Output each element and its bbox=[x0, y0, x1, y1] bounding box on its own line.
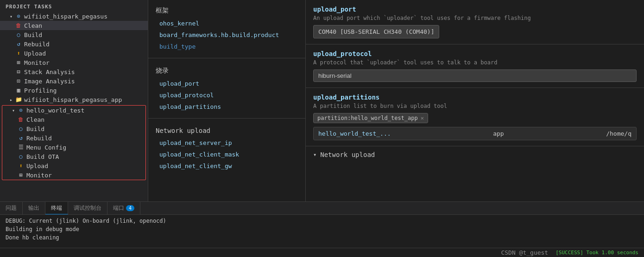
middle-item-upload-partitions[interactable]: upload_partitions bbox=[148, 101, 305, 113]
task-item-menuconfig-hello[interactable]: ☰ Menu Config bbox=[2, 143, 145, 152]
tab-port[interactable]: 端口 4 bbox=[107, 202, 140, 214]
tab-output[interactable]: 输出 bbox=[23, 202, 45, 214]
task-label-build-hello: Build bbox=[26, 125, 44, 132]
monitor-icon: ⊞ bbox=[15, 59, 22, 66]
stack-icon: ⊟ bbox=[15, 68, 22, 75]
prop-value-upload-port[interactable]: COM40 [USB-SERIAL CH340 (COM40)] bbox=[313, 25, 439, 38]
task-label-monitor-hello: Monitor bbox=[26, 172, 52, 179]
section-upload-port: upload_port An upload port which `upload… bbox=[306, 0, 644, 44]
task-label-menuconfig-hello: Menu Config bbox=[26, 144, 66, 151]
task-label-build-wifiiot: Build bbox=[24, 31, 42, 38]
middle-item-upload-protocol[interactable]: upload_protocol bbox=[148, 89, 305, 101]
task-item-clean-wifiiot[interactable]: 🗑 Clean bbox=[0, 21, 148, 30]
middle-item-build-type[interactable]: build_type bbox=[148, 41, 305, 52]
task-label-rebuild-wifiiot: Rebuild bbox=[24, 41, 50, 48]
prop-name-upload-partitions: upload_partitions bbox=[313, 94, 637, 101]
port-badge: 4 bbox=[126, 205, 134, 211]
chevron-icon: ▾ bbox=[313, 151, 316, 158]
prop-desc-upload-port: An upload port which `uploader` tool use… bbox=[313, 15, 637, 21]
sep-2 bbox=[148, 118, 305, 119]
section-upload-partitions: upload_partitions A partition list to bu… bbox=[306, 88, 644, 146]
prop-name-upload-protocol: upload_protocol bbox=[313, 50, 637, 57]
pin-icon-hello: ⊙ bbox=[17, 107, 25, 114]
section-burn: 烧录 upload_port upload_protocol upload_pa… bbox=[148, 60, 305, 116]
task-label-rebuild-hello: Rebuild bbox=[26, 135, 52, 142]
section-header-burn: 烧录 bbox=[148, 64, 305, 78]
network-upload-label: Network upload bbox=[320, 151, 375, 158]
expand-arrow-hello-world: ▾ bbox=[10, 107, 17, 114]
tags-container: partition:hello_world_test_app ✕ bbox=[313, 113, 637, 123]
circle-icon-buildota: ○ bbox=[17, 153, 25, 160]
task-item-rebuild-hello[interactable]: ↺ Rebuild bbox=[2, 133, 145, 143]
task-label-upload-hello: Upload bbox=[26, 163, 48, 169]
monitor-icon-hello: ⊞ bbox=[17, 171, 25, 179]
task-label-image-wifiiot: Image Analysis bbox=[24, 78, 75, 85]
network-upload-collapsible[interactable]: ▾ Network upload bbox=[306, 146, 644, 163]
prop-input-upload-protocol[interactable] bbox=[313, 69, 637, 82]
attribution-text: CSDN @t_guest bbox=[501, 249, 548, 256]
prop-desc-upload-partitions: A partition list to burn via upload tool bbox=[313, 103, 637, 109]
task-label-clean-wifiiot: Clean bbox=[24, 22, 42, 29]
trash-icon-hello: 🗑 bbox=[17, 116, 25, 123]
task-item-build-wifiiot[interactable]: ○ Build bbox=[0, 30, 148, 39]
partition-row-left: hello_world_test_... bbox=[318, 130, 391, 137]
upload-icon-hello: ⬆ bbox=[17, 162, 25, 169]
task-item-image-wifiiot[interactable]: ⊡ Image Analysis bbox=[0, 76, 148, 86]
success-status: [SUCCESS] Took 1.00 seconds bbox=[556, 250, 638, 256]
partition-row-right: /home/q bbox=[606, 130, 631, 137]
prop-desc-upload-protocol: A protocol that `uploader` tool uses to … bbox=[313, 59, 637, 66]
task-item-rebuild-wifiiot[interactable]: ↺ Rebuild bbox=[0, 39, 148, 49]
task-item-monitor-hello[interactable]: ⊞ Monitor bbox=[2, 170, 145, 180]
project-item-hello-world[interactable]: ▾ ⊙ hello_world_test bbox=[2, 106, 145, 115]
task-item-upload-wifiiot[interactable]: ⬆ Upload bbox=[0, 49, 148, 58]
tab-label-port: 端口 bbox=[113, 204, 124, 212]
project-label-wifiiot: wifiiot_hispark_pegasus bbox=[24, 13, 107, 20]
section-network-upload: Network upload upload_net_server_ip uplo… bbox=[148, 120, 305, 176]
tab-label-output: 输出 bbox=[28, 204, 39, 212]
tab-problems[interactable]: 问题 bbox=[0, 202, 23, 214]
status-bar: CSDN @t_guest [SUCCESS] Took 1.00 second… bbox=[0, 248, 644, 257]
middle-item-net-server-ip[interactable]: upload_net_server_ip bbox=[148, 137, 305, 149]
project-item-wifiiot[interactable]: ▾ ⊙ wifiiot_hispark_pegasus bbox=[0, 12, 148, 21]
tab-terminal[interactable]: 终端 bbox=[45, 202, 68, 214]
task-item-monitor-wifiiot[interactable]: ⊞ Monitor bbox=[0, 58, 148, 67]
project-label-hello-world: hello_world_test bbox=[26, 107, 84, 114]
middle-item-net-client-gw[interactable]: upload_net_client_gw bbox=[148, 160, 305, 172]
circle-icon: ○ bbox=[15, 31, 22, 38]
terminal-line-1: DEBUG: Current (jlink) On-board (jlink, … bbox=[6, 217, 638, 225]
image-icon: ⊡ bbox=[15, 77, 22, 85]
terminal-line-3: Done hb cleaning bbox=[6, 233, 638, 242]
expand-arrow-wifiiot-app: ▸ bbox=[7, 96, 15, 103]
task-item-profiling-wifiiot[interactable]: ▦ Profiling bbox=[0, 86, 148, 95]
task-item-stack-wifiiot[interactable]: ⊟ Stack Analysis bbox=[0, 67, 148, 76]
task-label-monitor-wifiiot: Monitor bbox=[24, 59, 50, 66]
tab-label-problems: 问题 bbox=[6, 204, 17, 212]
project-item-wifiiot-app[interactable]: ▸ 📁 wifiiot_hispark_pegasus_app bbox=[0, 95, 148, 104]
task-item-build-hello[interactable]: ○ Build bbox=[2, 124, 145, 133]
right-panel: upload_port An upload port which `upload… bbox=[306, 0, 644, 201]
section-header-network-upload: Network upload bbox=[148, 124, 305, 137]
sep-1 bbox=[148, 58, 305, 58]
middle-item-board-frameworks[interactable]: board_frameworks.hb.build.product bbox=[148, 29, 305, 41]
tab-debug-console[interactable]: 调试控制台 bbox=[68, 202, 107, 214]
partition-row-middle: app bbox=[493, 130, 504, 137]
task-item-clean-hello[interactable]: 🗑 Clean bbox=[2, 115, 145, 124]
tag-close-icon[interactable]: ✕ bbox=[421, 115, 424, 121]
task-label-stack-wifiiot: Stack Analysis bbox=[24, 69, 75, 75]
task-label-upload-wifiiot: Upload bbox=[24, 50, 46, 57]
middle-item-net-client-mask[interactable]: upload_net_client_mask bbox=[148, 149, 305, 160]
task-label-clean-hello: Clean bbox=[26, 116, 44, 123]
partition-tag[interactable]: partition:hello_world_test_app ✕ bbox=[313, 113, 428, 123]
terminal-line-2: Building in debug mode bbox=[6, 225, 638, 233]
folder-icon: 📁 bbox=[15, 96, 22, 103]
upload-icon: ⬆ bbox=[15, 50, 22, 57]
tab-label-terminal: 终端 bbox=[51, 204, 62, 212]
task-item-buildota-hello[interactable]: ○ Build OTA bbox=[2, 152, 145, 161]
middle-item-ohos-kernel[interactable]: ohos_kernel bbox=[148, 18, 305, 29]
sidebar: PROJECT TASKS ▾ ⊙ wifiiot_hispark_pegasu… bbox=[0, 0, 148, 201]
profiling-icon: ▦ bbox=[15, 87, 22, 94]
middle-item-upload-port[interactable]: upload_port bbox=[148, 78, 305, 89]
task-item-upload-hello[interactable]: ⬆ Upload bbox=[2, 161, 145, 170]
task-label-profiling-wifiiot: Profiling bbox=[24, 87, 57, 94]
section-framework: 框架 ohos_kernel board_frameworks.hb.build… bbox=[148, 0, 305, 56]
